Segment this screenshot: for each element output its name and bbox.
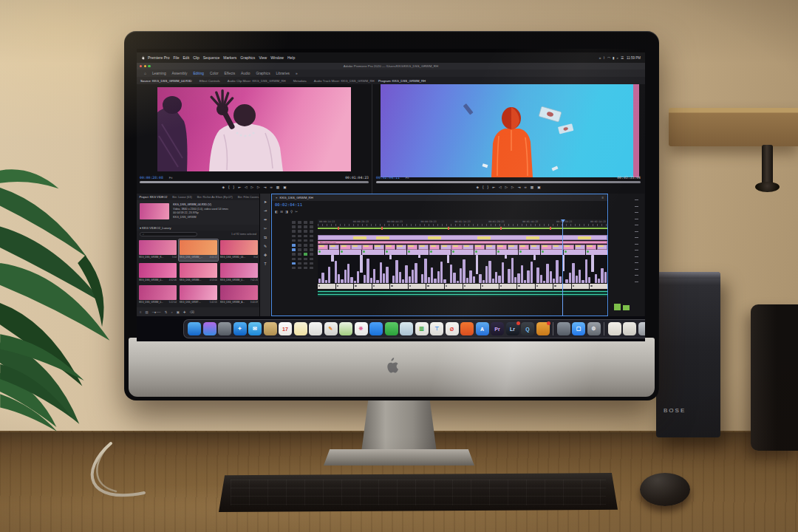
safe-margins-button[interactable]: ▦ bbox=[276, 185, 279, 189]
tab-program-monitor[interactable]: Program: KKG_DSS_GRWM_RH bbox=[378, 79, 426, 83]
v1-clip[interactable] bbox=[463, 245, 473, 250]
workspace-tab-audio[interactable]: Audio bbox=[241, 72, 250, 75]
slip-tool[interactable]: ⇆ bbox=[264, 235, 267, 239]
wifi-icon[interactable]: ◠ bbox=[607, 56, 610, 60]
source-scrub-bar[interactable] bbox=[140, 181, 369, 183]
track-toggle[interactable] bbox=[304, 267, 307, 270]
clip-preview-thumbnail[interactable] bbox=[140, 203, 169, 219]
dock-icon-siri[interactable] bbox=[203, 322, 216, 335]
menu-markers[interactable]: Markers bbox=[223, 55, 236, 60]
sync-clip[interactable] bbox=[385, 250, 406, 255]
dock-icon-preview[interactable] bbox=[400, 322, 413, 335]
zoom-slider[interactable]: ─●── bbox=[152, 310, 161, 314]
home-icon[interactable]: ⌂ bbox=[144, 72, 146, 75]
sync-clip[interactable] bbox=[541, 250, 562, 255]
panel-menu-icon[interactable]: ≡ bbox=[601, 196, 604, 200]
track-toggle[interactable] bbox=[310, 248, 313, 251]
selection-tool[interactable]: ➤ bbox=[264, 200, 267, 204]
program-monitor-viewer[interactable] bbox=[381, 84, 639, 177]
tab-metadata[interactable]: Metadata bbox=[293, 79, 307, 83]
delete-button[interactable]: ⌫ bbox=[190, 310, 194, 314]
sync-clip[interactable] bbox=[340, 250, 361, 255]
dock-icon-keynote[interactable]: ⊤ bbox=[430, 322, 443, 335]
sequence-tab[interactable]: KKG_DSS_GRWM_RH bbox=[280, 196, 313, 200]
track-toggle[interactable] bbox=[298, 248, 301, 251]
go-to-in-button[interactable]: ⇤ bbox=[238, 185, 241, 189]
clip-item[interactable]: KKG_DSS_GRWM_R…5:04 bbox=[138, 239, 177, 261]
audio-track-a3-music[interactable] bbox=[318, 290, 607, 296]
dock-icon-textedit[interactable] bbox=[309, 322, 322, 335]
v1-clip[interactable] bbox=[396, 245, 406, 250]
dock-icon-photos[interactable]: ❋ bbox=[355, 322, 368, 335]
close-sequence-icon[interactable]: × bbox=[276, 196, 278, 200]
v1-clip[interactable] bbox=[508, 245, 518, 250]
track-toggle[interactable] bbox=[310, 262, 313, 265]
tab-project-kkg-video2[interactable]: Project: KKG VIDEO2 bbox=[140, 195, 168, 199]
sync-clip[interactable] bbox=[586, 250, 607, 255]
menu-graphics[interactable]: Graphics bbox=[240, 55, 255, 60]
track-toggle[interactable] bbox=[292, 253, 296, 256]
clip-item[interactable]: KKG_DSS_GRWT…5:42:05 bbox=[179, 284, 218, 306]
step-forward-button[interactable]: ▷ bbox=[257, 185, 260, 189]
dock-icon-messages[interactable] bbox=[369, 322, 383, 335]
menu-window[interactable]: Window bbox=[270, 55, 284, 60]
clip-item[interactable]: KKG_DSS_GRWM_0…5:22:04 bbox=[138, 284, 177, 306]
audio-track-a2[interactable] bbox=[318, 284, 607, 289]
v1-clip[interactable] bbox=[362, 245, 372, 250]
hand-tool[interactable]: ✥ bbox=[264, 253, 267, 257]
adjustment-layer-clip[interactable]: Adjustment Layer bbox=[318, 241, 607, 245]
track-toggle[interactable] bbox=[304, 235, 307, 238]
sync-clip[interactable] bbox=[519, 250, 540, 255]
search-input[interactable]: ⌕ bbox=[140, 232, 197, 236]
menu-clip[interactable]: Clip bbox=[193, 55, 200, 60]
step-back-button[interactable]: ◁ bbox=[499, 185, 502, 189]
clip-item[interactable]: KKG_DSS_GRWM…4:53:00 bbox=[179, 262, 218, 284]
v1-clip[interactable] bbox=[418, 245, 429, 250]
mark-out-button[interactable]: } bbox=[488, 185, 489, 189]
export-frame-button[interactable]: ▣ bbox=[537, 185, 540, 189]
tab-bin-richie-an-elton-ep-07[interactable]: Bin: Richie An Elton (Ep 07) bbox=[197, 195, 233, 199]
sync-clip[interactable] bbox=[497, 250, 518, 255]
step-forward-button[interactable]: ▷ bbox=[511, 185, 514, 189]
track-toggle[interactable] bbox=[304, 239, 307, 242]
dock-icon-trash[interactable] bbox=[638, 322, 646, 335]
track-toggle[interactable] bbox=[304, 244, 307, 247]
tab-effect-controls[interactable]: Effect Controls bbox=[200, 79, 220, 83]
dock-icon-folder-white[interactable] bbox=[623, 322, 636, 335]
track-toggle[interactable] bbox=[310, 221, 313, 224]
source-monitor-viewer[interactable] bbox=[157, 87, 351, 171]
sync-clip[interactable] bbox=[451, 250, 473, 255]
a2-clip[interactable] bbox=[426, 284, 444, 289]
track-toggle[interactable] bbox=[292, 225, 296, 228]
v1-clip[interactable] bbox=[407, 245, 417, 250]
panel-divider[interactable] bbox=[372, 84, 372, 194]
loop-button[interactable]: ∞ bbox=[525, 185, 527, 189]
track-toggle[interactable] bbox=[298, 230, 301, 233]
step-back-button[interactable]: ◁ bbox=[245, 185, 248, 189]
v1-clip[interactable] bbox=[474, 245, 485, 250]
track-toggle[interactable] bbox=[304, 230, 307, 233]
track-toggle[interactable] bbox=[310, 253, 313, 256]
a2-clip[interactable] bbox=[409, 284, 426, 289]
menu-premiere-pro[interactable]: Premiere Pro bbox=[148, 55, 169, 60]
program-fit-dropdown[interactable]: Fit bbox=[406, 176, 409, 180]
new-item-button[interactable]: ✚ bbox=[183, 310, 186, 314]
a2-clip[interactable] bbox=[390, 284, 408, 289]
timeline-icon-1[interactable]: ⊞ bbox=[280, 210, 283, 214]
program-timecode[interactable]: 00:02:04:11 bbox=[376, 176, 400, 180]
timeline-icon-0[interactable]: ◧ bbox=[275, 210, 278, 214]
dock-icon-premiere-pro[interactable]: Pr bbox=[491, 322, 504, 335]
track-toggle[interactable] bbox=[298, 267, 301, 270]
track-toggle[interactable] bbox=[304, 253, 307, 256]
track-toggle[interactable] bbox=[292, 267, 296, 270]
dock-icon-numbers[interactable]: ▥ bbox=[415, 322, 429, 335]
track-toggle[interactable] bbox=[292, 221, 296, 224]
control-center-icon[interactable]: ☰ bbox=[621, 56, 624, 60]
workspace-tab-assembly[interactable]: Assembly bbox=[172, 72, 188, 75]
dock-icon-browser[interactable] bbox=[460, 322, 474, 335]
sync-clip[interactable] bbox=[564, 250, 585, 255]
a2-clip[interactable] bbox=[481, 284, 499, 289]
dock-icon-calendar[interactable]: 17 bbox=[279, 322, 292, 335]
clip-item[interactable]: KKG_DSS_GRWM_0…4:52:06 bbox=[138, 262, 177, 284]
dock-icon-folder-documents[interactable] bbox=[264, 322, 277, 335]
